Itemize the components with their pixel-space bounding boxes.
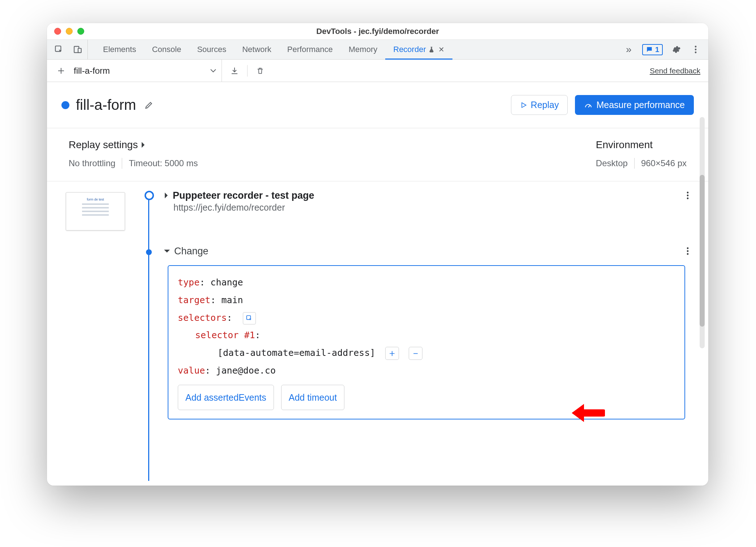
recording-title: fill-a-form xyxy=(76,97,136,113)
selector-picker-icon[interactable] xyxy=(243,312,256,324)
timeline-line xyxy=(148,192,149,481)
svg-rect-2 xyxy=(78,48,81,53)
gauge-icon xyxy=(584,101,593,109)
send-feedback-link[interactable]: Send feedback xyxy=(650,66,700,75)
experiment-icon xyxy=(428,46,435,53)
settings-strip: Replay settings No throttling Timeout: 5… xyxy=(47,128,708,181)
export-icon[interactable] xyxy=(228,65,241,77)
step-menu-icon[interactable] xyxy=(682,245,694,257)
step-title: Change xyxy=(174,246,209,257)
measure-performance-button[interactable]: Measure performance xyxy=(575,95,694,115)
titlebar: DevTools - jec.fyi/demo/recorder xyxy=(47,23,708,40)
window-title: DevTools - jec.fyi/demo/recorder xyxy=(316,27,439,36)
svg-point-8 xyxy=(687,198,689,199)
annotation-arrow-icon xyxy=(569,400,605,426)
scrollbar[interactable] xyxy=(700,117,705,348)
traffic-lights xyxy=(47,28,84,35)
detail-target-value[interactable]: main xyxy=(221,295,243,305)
add-asserted-events-button[interactable]: Add assertedEvents xyxy=(178,385,274,410)
more-tabs-icon[interactable]: » xyxy=(623,43,635,56)
devtools-window: DevTools - jec.fyi/demo/recorder Element… xyxy=(47,23,708,486)
add-timeout-button[interactable]: Add timeout xyxy=(281,385,344,410)
scrollbar-thumb[interactable] xyxy=(700,175,705,327)
tab-memory[interactable]: Memory xyxy=(341,40,385,59)
remove-selector-button[interactable]: － xyxy=(409,347,422,360)
recording-select-value: fill-a-form xyxy=(74,66,110,76)
gear-icon[interactable] xyxy=(670,43,682,56)
recording-toolbar: fill-a-form Send feedback xyxy=(47,60,708,82)
issues-chip[interactable]: 1 xyxy=(642,44,663,55)
play-icon xyxy=(520,101,527,109)
chevron-down-icon xyxy=(163,249,171,254)
tab-sources[interactable]: Sources xyxy=(189,40,234,59)
svg-point-4 xyxy=(695,49,697,51)
step-url: https://jec.fyi/demo/recorder xyxy=(173,202,694,213)
timeline-node-start-icon xyxy=(145,191,154,200)
chevron-down-icon xyxy=(210,69,216,73)
timeout-value: Timeout: 5000 ms xyxy=(129,158,198,168)
device-toggle-icon[interactable] xyxy=(72,43,84,56)
throttling-value: No throttling xyxy=(69,158,115,168)
svg-point-3 xyxy=(695,46,697,48)
svg-point-7 xyxy=(687,195,689,197)
timeline-node-icon xyxy=(146,249,152,255)
new-recording-button[interactable] xyxy=(55,65,67,77)
svg-point-6 xyxy=(687,192,689,194)
detail-type-value[interactable]: change xyxy=(210,277,243,288)
chevron-right-icon xyxy=(141,141,146,148)
step-thumbnail: form de test xyxy=(66,192,125,231)
device-value: Desktop xyxy=(596,158,628,168)
inspect-icon[interactable] xyxy=(53,43,65,56)
add-selector-button[interactable]: ＋ xyxy=(385,347,399,360)
detail-value-field[interactable]: jane@doe.co xyxy=(216,365,276,376)
svg-point-9 xyxy=(687,247,689,249)
step-detail-panel: type: change target: main selectors: sel… xyxy=(168,265,685,419)
step-title: Puppeteer recorder - test page xyxy=(173,190,314,201)
step-change[interactable]: Change xyxy=(163,245,694,257)
recording-status-dot-icon xyxy=(61,101,69,109)
step-navigation[interactable]: Puppeteer recorder - test page https://j… xyxy=(163,189,694,213)
edit-title-icon[interactable] xyxy=(143,99,155,111)
tab-elements[interactable]: Elements xyxy=(95,40,144,59)
svg-point-10 xyxy=(687,250,689,252)
zoom-window-icon[interactable] xyxy=(77,28,84,35)
steps-area: form de test Puppeteer recorder - test p… xyxy=(47,181,708,481)
recording-header: fill-a-form Replay Measure performance xyxy=(47,82,708,128)
viewport-value: 960×546 px xyxy=(641,158,687,168)
selector-value[interactable]: [data-automate=email-address] xyxy=(218,348,375,358)
svg-point-5 xyxy=(695,52,697,53)
tab-console[interactable]: Console xyxy=(144,40,189,59)
delete-icon[interactable] xyxy=(254,65,266,77)
minimize-window-icon[interactable] xyxy=(66,28,73,35)
devtools-tabs: Elements Console Sources Network Perform… xyxy=(47,40,708,60)
environment-heading: Environment xyxy=(596,139,687,151)
replay-button[interactable]: Replay xyxy=(511,95,568,115)
recording-select[interactable]: fill-a-form xyxy=(74,60,222,82)
close-window-icon[interactable] xyxy=(54,28,61,35)
kebab-menu-icon[interactable] xyxy=(690,43,702,56)
replay-settings-heading[interactable]: Replay settings xyxy=(69,139,198,151)
tab-network[interactable]: Network xyxy=(234,40,279,59)
tab-recorder[interactable]: Recorder ✕ xyxy=(385,40,452,59)
tab-performance[interactable]: Performance xyxy=(279,40,341,59)
chevron-right-icon xyxy=(163,192,169,199)
svg-point-11 xyxy=(687,253,689,255)
step-menu-icon[interactable] xyxy=(682,189,694,202)
close-icon[interactable]: ✕ xyxy=(438,45,444,54)
